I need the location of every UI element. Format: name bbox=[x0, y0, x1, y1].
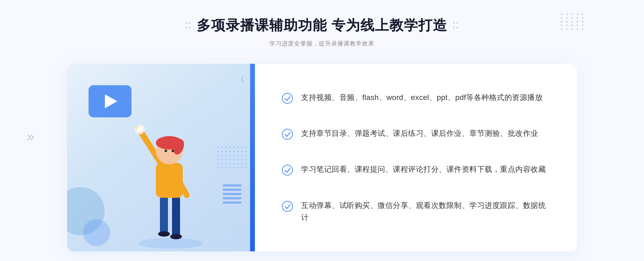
play-icon bbox=[105, 94, 117, 108]
header-section: ⁚⁚ 多项录播课辅助功能 专为线上教学打造 ⁚⁚ 学习进度全掌握，提升录播课教学… bbox=[185, 16, 459, 48]
svg-rect-2 bbox=[172, 195, 180, 238]
person-illustration bbox=[122, 101, 219, 251]
feature-text-1: 支持视频、音频、flash、word、excel、ppt、pdf等各种格式的资源… bbox=[301, 92, 543, 104]
check-icon-1 bbox=[282, 93, 293, 104]
svg-point-18 bbox=[282, 201, 292, 211]
feature-text-3: 学习笔记回看、课程提问、课程评论打分、课件资料下载，重点内容收藏 bbox=[301, 163, 546, 176]
dot-pattern bbox=[217, 147, 247, 168]
svg-point-12 bbox=[170, 234, 182, 239]
page-title: ⁚⁚ 多项录播课辅助功能 专为线上教学打造 ⁚⁚ bbox=[185, 16, 459, 35]
feature-item-1: 支持视频、音频、flash、word、excel、ppt、pdf等各种格式的资源… bbox=[282, 84, 550, 112]
feature-item-3: 学习笔记回看、课程提问、课程评论打分、课件资料下载，重点内容收藏 bbox=[282, 156, 550, 184]
deco-chevrons: 《 bbox=[237, 74, 244, 85]
title-text: 多项录播课辅助功能 专为线上教学打造 bbox=[197, 16, 447, 35]
svg-point-15 bbox=[282, 93, 292, 103]
main-card: 《 bbox=[67, 64, 577, 251]
feature-item-4: 互动弹幕、试听购买、微信分享、观看次数限制、学习进度跟踪、数据统计 bbox=[282, 192, 550, 231]
svg-rect-1 bbox=[160, 195, 168, 235]
deco-stripes bbox=[223, 184, 241, 208]
content-area: 支持视频、音频、flash、word、excel、ppt、pdf等各种格式的资源… bbox=[255, 64, 577, 251]
chevron-icon-1: 《 bbox=[237, 74, 244, 85]
check-icon-2 bbox=[282, 129, 293, 140]
dots-decoration-right bbox=[561, 13, 585, 38]
feature-text-4: 互动弹幕、试听购买、微信分享、观看次数限制、学习进度跟踪、数据统计 bbox=[301, 200, 550, 224]
illustration-area: 《 bbox=[67, 64, 255, 251]
svg-point-11 bbox=[158, 231, 170, 237]
svg-point-9 bbox=[164, 150, 167, 152]
check-icon-4 bbox=[282, 201, 293, 212]
svg-point-0 bbox=[138, 238, 203, 249]
accent-bar bbox=[250, 64, 255, 251]
chevron-left-decoration: » bbox=[27, 129, 34, 144]
subtitle-text: 学习进度全掌握，提升录播课教学效果 bbox=[185, 40, 459, 48]
svg-point-16 bbox=[282, 129, 292, 139]
deco-circle-small bbox=[83, 219, 110, 246]
check-icon-3 bbox=[282, 165, 293, 176]
page-container: » ⁚⁚ 多项录播课辅助功能 专为线上教学打造 ⁚⁚ 学习进度全掌握，提升录播课… bbox=[0, 0, 644, 261]
title-deco-left: ⁚⁚ bbox=[185, 21, 191, 30]
svg-point-14 bbox=[137, 127, 142, 132]
feature-text-2: 支持章节目录、弹题考试、课后练习、课后作业、章节测验、批改作业 bbox=[301, 128, 538, 140]
feature-item-2: 支持章节目录、弹题考试、课后练习、课后作业、章节测验、批改作业 bbox=[282, 120, 550, 148]
svg-point-10 bbox=[171, 150, 174, 152]
svg-point-17 bbox=[282, 165, 292, 175]
title-deco-right: ⁚⁚ bbox=[453, 21, 459, 30]
